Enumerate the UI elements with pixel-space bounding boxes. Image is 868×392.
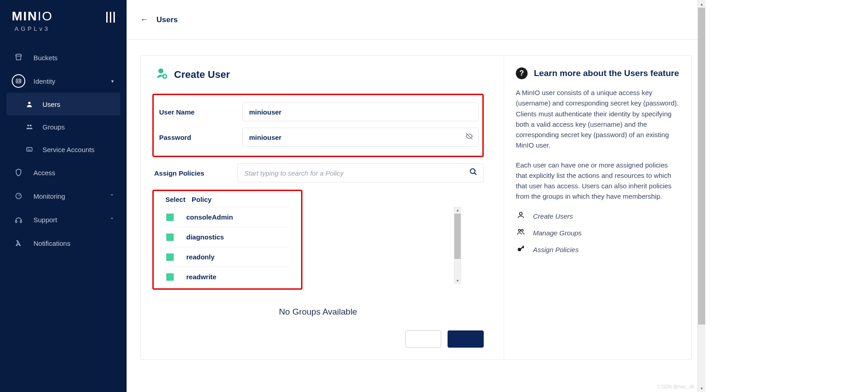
svg-rect-9 [20, 220, 22, 223]
sidebar-label: Groups [42, 123, 65, 131]
help-icon: ? [516, 67, 528, 79]
form-pane: Create User User Name Password [141, 56, 504, 359]
sidebar-item-monitoring[interactable]: Monitoring ⌃ [6, 184, 120, 208]
user-icon [516, 211, 526, 221]
chevron-down-icon: ▾ [111, 78, 114, 84]
sidebar-item-buckets[interactable]: Buckets [6, 46, 120, 69]
password-row: Password [157, 128, 479, 147]
chevron-up-icon: ⌃ [110, 217, 114, 223]
policy-name: readonly [186, 253, 215, 261]
svg-point-0 [16, 54, 21, 57]
username-label: User Name [157, 108, 242, 116]
policy-checkbox[interactable] [166, 253, 174, 261]
svg-point-14 [519, 229, 521, 231]
policy-search-input[interactable] [237, 163, 484, 182]
policy-row[interactable]: diagnostics [165, 227, 289, 247]
sidebar-item-identity[interactable]: Identity ▾ [6, 69, 120, 93]
bucket-icon [12, 51, 25, 64]
assign-policies-row: Assign Policies [152, 163, 484, 182]
cancel-button[interactable] [405, 330, 441, 348]
sidebar-label: Monitoring [33, 192, 65, 200]
policy-name: consoleAdmin [186, 213, 233, 221]
browser-scrollbar[interactable]: ▴ ▾ [698, 0, 705, 392]
sidebar-label: Identity [33, 77, 55, 85]
policy-scrollbar[interactable]: ▴ ▾ [454, 207, 461, 284]
form-title: Create User [152, 67, 484, 82]
groups-icon [516, 228, 526, 238]
svg-point-5 [30, 124, 32, 126]
service-accounts-icon [24, 144, 34, 154]
info-link-label: Assign Policies [533, 246, 579, 253]
svg-point-2 [17, 81, 18, 81]
info-link-create-users[interactable]: Create Users [516, 211, 679, 221]
sidebar-item-notifications[interactable]: Notifications [6, 231, 120, 255]
main: ← Users Create User User Name [127, 0, 705, 392]
col-policy: Policy [192, 196, 212, 203]
sidebar-item-service-accounts[interactable]: Service Accounts [6, 138, 120, 161]
watermark: CSDN @hac_db [658, 384, 694, 389]
create-user-card: Create User User Name Password [140, 55, 692, 360]
policy-row[interactable]: consoleAdmin [165, 207, 289, 227]
col-select: Select [165, 196, 185, 203]
info-paragraph: Each user can have one or more assigned … [516, 160, 679, 202]
sidebar-item-users[interactable]: Users [6, 93, 120, 115]
policy-name: diagnostics [186, 233, 224, 241]
credentials-highlight: User Name Password [152, 94, 484, 157]
sidebar-item-groups[interactable]: Groups [6, 115, 120, 138]
policy-row[interactable]: readonly [165, 247, 289, 267]
username-input[interactable] [242, 102, 479, 121]
collapse-sidebar-icon[interactable] [106, 12, 115, 23]
user-icon [24, 99, 34, 109]
svg-rect-8 [15, 220, 17, 223]
groups-icon [24, 122, 34, 132]
brand-logo: MINIO AGPLv3 [12, 9, 53, 32]
policy-table-highlight: Select Policy consoleAdmin di [152, 190, 302, 290]
key-icon [516, 244, 526, 255]
breadcrumb: Users [156, 15, 178, 24]
lambda-icon [12, 236, 25, 250]
policy-checkbox[interactable] [166, 214, 174, 221]
svg-point-3 [28, 102, 30, 104]
svg-point-15 [521, 229, 524, 231]
password-input[interactable] [242, 128, 479, 147]
no-groups-message: No Groups Available [152, 307, 484, 317]
svg-point-12 [470, 169, 475, 174]
chevron-up-icon: ⌃ [110, 193, 114, 199]
sidebar-item-support[interactable]: Support ⌃ [6, 208, 120, 231]
info-pane: ? Learn more about the Users feature A M… [504, 56, 691, 359]
content: Create User User Name Password [127, 40, 705, 392]
save-button[interactable] [448, 330, 484, 348]
action-row [152, 330, 484, 348]
sidebar-label: Support [33, 216, 57, 224]
brand-name: MINIO [12, 9, 53, 24]
info-links: Create Users Manage Groups [516, 211, 679, 255]
sidebar-label: Buckets [33, 54, 57, 62]
svg-rect-6 [27, 148, 32, 151]
toggle-password-visibility-icon[interactable] [465, 132, 473, 142]
form-title-text: Create User [174, 69, 230, 81]
access-icon [12, 166, 25, 179]
info-link-manage-groups[interactable]: Manage Groups [516, 228, 679, 238]
brand-license: AGPLv3 [12, 25, 53, 32]
info-link-assign-policies[interactable]: Assign Policies [516, 244, 679, 255]
support-icon [12, 213, 25, 226]
assign-policies-label: Assign Policies [152, 169, 237, 177]
sidebar-item-access[interactable]: Access [6, 161, 120, 184]
info-paragraph: A MinIO user consists of a unique access… [516, 87, 679, 151]
password-label: Password [157, 134, 242, 141]
back-arrow-icon[interactable]: ← [140, 15, 148, 24]
policy-checkbox[interactable] [166, 273, 174, 281]
topbar: ← Users [127, 0, 705, 40]
sidebar-label: Users [42, 100, 60, 108]
info-link-label: Manage Groups [533, 229, 582, 237]
info-title: Learn more about the Users feature [534, 68, 679, 78]
policy-table-header: Select Policy [165, 196, 289, 207]
sidebar-label: Access [33, 169, 55, 177]
search-icon [469, 168, 477, 178]
svg-point-13 [519, 212, 522, 215]
policy-checkbox[interactable] [166, 234, 174, 241]
nav: Buckets Identity ▾ Users Groups [0, 46, 127, 255]
info-link-label: Create Users [533, 212, 573, 220]
policy-row[interactable]: readwrite [165, 267, 289, 287]
logo-zone: MINIO AGPLv3 [0, 9, 127, 46]
